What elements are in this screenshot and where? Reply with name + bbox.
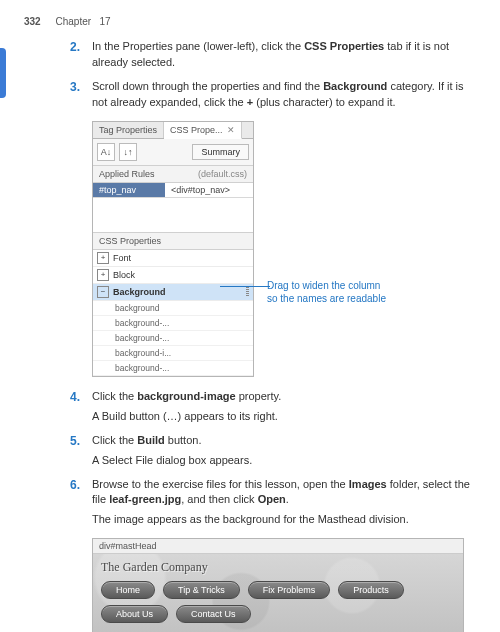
rule-selector: <div#top_nav> bbox=[165, 183, 253, 197]
instruction-list: 2. In the Properties pane (lower-left), … bbox=[70, 39, 476, 111]
category-block[interactable]: + Block bbox=[93, 267, 253, 284]
step-number: 6. bbox=[70, 477, 80, 494]
property-row[interactable]: background-i... bbox=[93, 346, 253, 361]
chapter-label: Chapter bbox=[55, 16, 91, 27]
step-number: 3. bbox=[70, 79, 80, 96]
nav-products[interactable]: Products bbox=[338, 581, 404, 599]
css-properties-header: CSS Properties bbox=[93, 233, 253, 250]
nav-home[interactable]: Home bbox=[101, 581, 155, 599]
site-title: The Garden Company bbox=[97, 558, 459, 581]
step-number: 4. bbox=[70, 389, 80, 406]
category-font[interactable]: + Font bbox=[93, 250, 253, 267]
step-5: 5. Click the Build button. A Select File… bbox=[70, 433, 476, 469]
step-number: 5. bbox=[70, 433, 80, 450]
property-row[interactable]: background-... bbox=[93, 331, 253, 346]
rule-name: #top_nav bbox=[93, 183, 165, 197]
nav-fix[interactable]: Fix Problems bbox=[248, 581, 331, 599]
figure-css-properties-panel: Tag Properties CSS Prope...✕ A↓ ↓↑ Summa… bbox=[92, 121, 476, 377]
expand-icon[interactable]: + bbox=[97, 269, 109, 281]
property-row[interactable]: background-... bbox=[93, 361, 253, 376]
panel-tabs: Tag Properties CSS Prope...✕ bbox=[93, 122, 253, 139]
masthead-region: The Garden Company Home Tip & Tricks Fix… bbox=[93, 554, 463, 632]
step-4: 4. Click the background-image property. … bbox=[70, 389, 476, 425]
chapter-number: 17 bbox=[99, 16, 110, 27]
nav-about[interactable]: About Us bbox=[101, 605, 168, 623]
summary-button[interactable]: Summary bbox=[192, 144, 249, 160]
step-3: 3. Scroll down through the properties an… bbox=[70, 79, 476, 111]
callout-text: Drag to widen the column so the names ar… bbox=[267, 279, 417, 305]
applied-rule-row[interactable]: #top_nav <div#top_nav> bbox=[93, 183, 253, 198]
property-row[interactable]: background bbox=[93, 301, 253, 316]
filter-button[interactable]: ↓↑ bbox=[119, 143, 137, 161]
nav-contact[interactable]: Contact Us bbox=[176, 605, 251, 623]
figure-masthead-preview: div#mastHead The Garden Company Home Tip… bbox=[92, 538, 464, 632]
nav-tips[interactable]: Tip & Tricks bbox=[163, 581, 240, 599]
step-2: 2. In the Properties pane (lower-left), … bbox=[70, 39, 476, 71]
callout-leader-line bbox=[220, 286, 270, 287]
step-number: 2. bbox=[70, 39, 80, 56]
collapse-icon[interactable]: − bbox=[97, 286, 109, 298]
applied-rules-header: Applied Rules (default.css) bbox=[93, 166, 253, 183]
tab-css-properties[interactable]: CSS Prope...✕ bbox=[164, 122, 242, 139]
nav-row-2: About Us Contact Us bbox=[97, 605, 459, 629]
page-side-tab bbox=[0, 48, 6, 98]
step-6: 6. Browse to the exercise files for this… bbox=[70, 477, 476, 529]
instruction-list-continued: 4. Click the background-image property. … bbox=[70, 389, 476, 529]
panel-toolbar: A↓ ↓↑ Summary bbox=[93, 139, 253, 166]
property-row[interactable]: background-... bbox=[93, 316, 253, 331]
close-icon[interactable]: ✕ bbox=[227, 125, 235, 135]
quick-tag-selector[interactable]: div#mastHead bbox=[93, 539, 463, 554]
page-number: 332 bbox=[24, 16, 41, 27]
column-resize-handle[interactable] bbox=[246, 287, 249, 297]
sort-button[interactable]: A↓ bbox=[97, 143, 115, 161]
nav-row-1: Home Tip & Tricks Fix Problems Products bbox=[97, 581, 459, 605]
expand-icon[interactable]: + bbox=[97, 252, 109, 264]
rules-empty-area bbox=[93, 198, 253, 233]
css-properties-panel: Tag Properties CSS Prope...✕ A↓ ↓↑ Summa… bbox=[92, 121, 254, 377]
tab-tag-properties[interactable]: Tag Properties bbox=[93, 122, 164, 138]
running-header: 332 Chapter 17 bbox=[24, 16, 476, 27]
